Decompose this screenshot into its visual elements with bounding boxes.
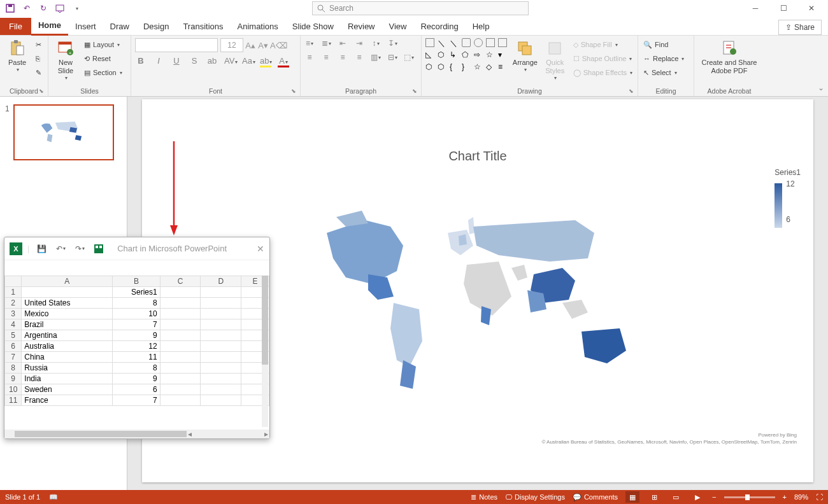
zoom-slider[interactable]	[724, 496, 775, 498]
font-color-button[interactable]: A▾	[278, 56, 289, 67]
zoom-out-button[interactable]: −	[712, 493, 716, 501]
decrease-indent-button[interactable]: ⇤	[338, 38, 348, 48]
shape-effects-button[interactable]: ◯Shape Effects▾	[572, 66, 634, 79]
tab-view[interactable]: View	[382, 18, 414, 35]
minimize-button[interactable]: ─	[741, 0, 769, 17]
start-from-beginning-icon[interactable]	[52, 1, 68, 15]
table-row[interactable]: 6Australia12	[5, 341, 269, 352]
tab-draw[interactable]: Draw	[103, 18, 136, 35]
tab-insert[interactable]: Insert	[68, 18, 103, 35]
cut-button[interactable]: ✂	[34, 38, 43, 51]
smartart-button[interactable]: ⬚▾	[404, 52, 414, 62]
create-pdf-button[interactable]: Create and Share Adobe PDF	[698, 38, 760, 75]
tab-slideshow[interactable]: Slide Show	[285, 18, 341, 35]
new-slide-button[interactable]: + New Slide▾	[52, 38, 79, 86]
italic-button[interactable]: I	[153, 56, 164, 67]
comments-button[interactable]: 💬 Comments	[573, 493, 618, 501]
table-row[interactable]: 11France7	[5, 395, 269, 406]
font-dialog-launcher[interactable]: ⬊	[291, 88, 298, 95]
align-center-button[interactable]: ≡	[321, 52, 331, 62]
spellcheck-icon[interactable]: 📖	[49, 493, 58, 501]
increase-indent-button[interactable]: ⇥	[354, 38, 364, 48]
align-right-button[interactable]: ≡	[338, 52, 348, 62]
columns-button[interactable]: ▥▾	[371, 52, 381, 62]
excel-data-window[interactable]: X | 💾 ↶▾ ↷▾ Chart in Microsoft PowerPoin…	[4, 237, 270, 439]
bold-button[interactable]: B	[135, 56, 146, 67]
save-icon[interactable]	[3, 1, 18, 15]
tab-design[interactable]: Design	[136, 18, 176, 35]
zoom-in-button[interactable]: +	[783, 493, 787, 501]
tab-animations[interactable]: Animations	[231, 18, 285, 35]
excel-grid[interactable]: ABCDE 1Series12United States83Mexico104B…	[4, 276, 269, 430]
table-row[interactable]: 3Mexico10	[5, 309, 269, 319]
table-row[interactable]: 10Sweden6	[5, 384, 269, 395]
text-direction-button[interactable]: ↧▾	[387, 38, 397, 48]
drawing-dialog-launcher[interactable]: ⬊	[629, 88, 636, 95]
tab-help[interactable]: Help	[466, 18, 497, 35]
character-spacing-button[interactable]: AV▾	[224, 56, 236, 67]
decrease-font-icon[interactable]: A▾	[257, 41, 269, 50]
slideshow-view-button[interactable]: ▶	[690, 491, 704, 503]
arrange-button[interactable]: Arrange▾	[512, 38, 538, 86]
bullets-button[interactable]: ≡▾	[304, 38, 315, 48]
underline-button[interactable]: U	[171, 56, 182, 67]
replace-button[interactable]: ↔Replace▾	[642, 52, 690, 65]
search-input[interactable]: Search	[312, 1, 529, 15]
strikethrough-button[interactable]: S	[189, 56, 200, 67]
slide-indicator[interactable]: Slide 1 of 1	[5, 493, 40, 501]
table-row[interactable]: 4Brazil7	[5, 319, 269, 330]
excel-undo-icon[interactable]: ↶▾	[54, 242, 68, 256]
table-row[interactable]: 7China11	[5, 352, 269, 363]
layout-button[interactable]: ▦Layout▾	[83, 38, 124, 51]
notes-button[interactable]: ≣ Notes	[471, 493, 497, 501]
reading-view-button[interactable]: ▭	[669, 491, 683, 503]
display-settings-button[interactable]: 🖵 Display Settings	[505, 493, 565, 501]
shape-outline-button[interactable]: ☐Shape Outline▾	[572, 52, 634, 65]
normal-view-button[interactable]: ▦	[625, 491, 639, 503]
format-painter-button[interactable]: ✎	[34, 66, 43, 79]
section-button[interactable]: ▤Section▾	[83, 66, 124, 79]
paragraph-dialog-launcher[interactable]: ⬊	[412, 88, 419, 95]
shape-fill-button[interactable]: ◇Shape Fill▾	[572, 38, 634, 51]
redo-icon[interactable]: ↻	[36, 1, 51, 15]
undo-icon[interactable]: ↶	[19, 1, 34, 15]
zoom-level[interactable]: 89%	[794, 493, 808, 501]
increase-font-icon[interactable]: A▴	[245, 41, 256, 50]
paste-button[interactable]: Paste▾	[4, 38, 31, 86]
fit-to-window-button[interactable]: ⛶	[816, 493, 823, 501]
tab-transitions[interactable]: Transitions	[176, 18, 230, 35]
tab-review[interactable]: Review	[341, 18, 382, 35]
tab-recording[interactable]: Recording	[413, 18, 465, 35]
excel-edit-data-icon[interactable]	[92, 242, 106, 256]
table-row[interactable]: 5Argentina9	[5, 330, 269, 341]
excel-vertical-scrollbar[interactable]	[262, 276, 268, 427]
align-left-button[interactable]: ≡	[304, 52, 315, 62]
excel-close-button[interactable]: ✕	[257, 244, 264, 254]
clear-format-icon[interactable]: A⌫	[270, 41, 282, 50]
table-row[interactable]: 9India9	[5, 374, 269, 384]
excel-horizontal-scrollbar[interactable]: ◂▸	[4, 430, 269, 438]
font-size-input[interactable]: 12	[220, 38, 243, 52]
shadow-button[interactable]: ab	[206, 56, 218, 67]
justify-button[interactable]: ≡	[354, 52, 364, 62]
find-button[interactable]: 🔍Find	[642, 38, 690, 51]
excel-save-icon[interactable]: 💾	[34, 242, 48, 256]
slide-thumbnail-1[interactable]: 1	[5, 104, 122, 160]
slide-sorter-button[interactable]: ⊞	[647, 491, 661, 503]
line-spacing-button[interactable]: ↕▾	[371, 38, 381, 48]
maximize-button[interactable]: ☐	[769, 0, 797, 17]
collapse-ribbon-icon[interactable]: ⌄	[814, 80, 828, 96]
clipboard-dialog-launcher[interactable]: ⬊	[39, 88, 46, 95]
copy-button[interactable]: ⎘	[34, 52, 43, 65]
change-case-button[interactable]: Aa▾	[242, 56, 253, 67]
table-row[interactable]: 2United States8	[5, 298, 269, 309]
table-row[interactable]: 8Russia8	[5, 363, 269, 374]
customize-qat-icon[interactable]: ▾	[69, 1, 84, 15]
quick-styles-button[interactable]: Quick Styles▾	[542, 38, 568, 86]
align-text-button[interactable]: ⊟▾	[387, 52, 397, 62]
tab-file[interactable]: File	[0, 18, 31, 35]
reset-button[interactable]: ⟲Reset	[83, 52, 124, 65]
excel-redo-icon[interactable]: ↷▾	[73, 242, 87, 256]
select-button[interactable]: ↖Select▾	[642, 66, 690, 79]
highlight-button[interactable]: ab▾	[260, 56, 271, 67]
